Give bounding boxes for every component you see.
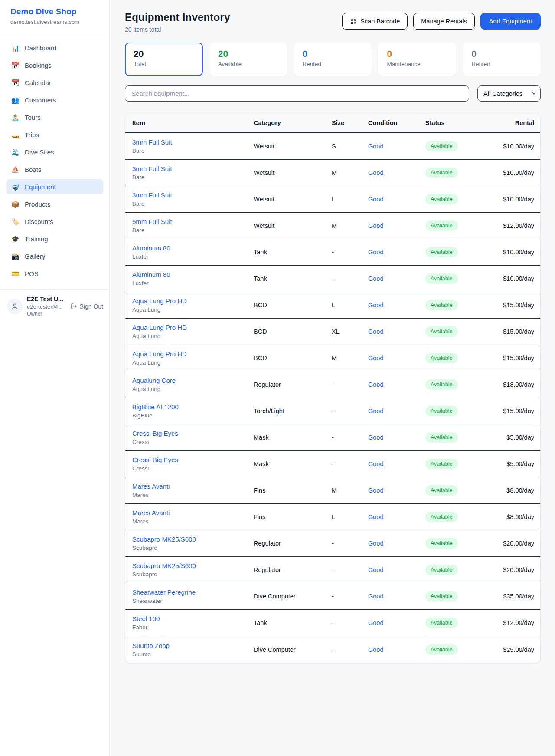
item-name-link[interactable]: Steel 100: [132, 615, 160, 622]
item-name-link[interactable]: Aqua Lung Pro HD: [132, 350, 187, 358]
item-size: M: [332, 222, 368, 229]
status-badge: Available: [425, 300, 458, 310]
item-name-link[interactable]: 3mm Full Suit: [132, 165, 172, 172]
stat-card[interactable]: 20 Total: [125, 43, 203, 76]
item-name-link[interactable]: Aqua Lung Pro HD: [132, 324, 187, 331]
stat-label: Maintenance: [387, 61, 447, 67]
sign-out-label: Sign Out: [80, 303, 103, 310]
user-email: e2e-tester@...: [27, 303, 66, 310]
table-row: Aluminum 80 Luxfer Tank - Good Available…: [125, 266, 540, 292]
stat-card[interactable]: 0 Maintenance: [378, 43, 456, 76]
item-name-link[interactable]: Aqualung Core: [132, 377, 176, 384]
item-size: M: [332, 487, 368, 494]
item-name-link[interactable]: BigBlue AL1200: [132, 403, 179, 411]
item-name-link[interactable]: Aluminum 80: [132, 244, 170, 252]
nav-item[interactable]: ⛵ Boats: [6, 162, 103, 177]
item-brand: Bare: [132, 174, 254, 181]
item-name-link[interactable]: Scubapro MK25/S600: [132, 536, 196, 543]
condition-link[interactable]: Good: [368, 249, 383, 256]
stat-card[interactable]: 20 Available: [209, 43, 287, 76]
category-select[interactable]: All Categories: [477, 85, 541, 102]
nav-item[interactable]: 📦 Products: [6, 197, 103, 212]
item-name-link[interactable]: 3mm Full Suit: [132, 191, 172, 199]
item-name-link[interactable]: Mares Avanti: [132, 483, 170, 490]
condition-link[interactable]: Good: [368, 619, 383, 626]
status-badge: Available: [425, 194, 458, 204]
item-size: -: [332, 646, 368, 653]
stat-card[interactable]: 0 Retired: [463, 43, 541, 76]
nav-item[interactable]: 🌊 Dive Sites: [6, 145, 103, 160]
item-name-link[interactable]: Cressi Big Eyes: [132, 456, 178, 463]
condition-link[interactable]: Good: [368, 143, 383, 150]
condition-link[interactable]: Good: [368, 408, 383, 414]
item-name-link[interactable]: Shearwater Peregrine: [132, 588, 196, 596]
item-brand: Scubapro: [132, 545, 254, 551]
item-name-link[interactable]: Aluminum 80: [132, 271, 170, 278]
condition-link[interactable]: Good: [368, 566, 383, 573]
table-row: Steel 100 Faber Tank - Good Available $1…: [125, 610, 540, 636]
item-size: -: [332, 434, 368, 441]
item-name-link[interactable]: Mares Avanti: [132, 509, 170, 516]
nav-item-label: Products: [25, 201, 50, 208]
nav-item[interactable]: 🎓 Training: [6, 231, 103, 247]
nav-item[interactable]: 👥 Customers: [6, 92, 103, 108]
nav-item[interactable]: 🤿 Equipment: [6, 179, 103, 194]
rental-price: $15.00/day: [486, 328, 534, 335]
equipment-dive-mask-icon: 🤿: [11, 184, 19, 190]
nav-item[interactable]: 📊 Dashboard: [6, 40, 103, 56]
rental-price: $10.00/day: [486, 275, 534, 282]
col-header-size: Size: [332, 119, 368, 126]
condition-link[interactable]: Good: [368, 222, 383, 229]
item-name-link[interactable]: Scubapro MK25/S600: [132, 562, 196, 569]
stat-value: 0: [471, 49, 532, 59]
nav-item[interactable]: 📸 Gallery: [6, 249, 103, 264]
condition-link[interactable]: Good: [368, 381, 383, 388]
status-badge: Available: [425, 591, 458, 602]
sign-out-button[interactable]: Sign Out: [71, 303, 103, 310]
condition-link[interactable]: Good: [368, 328, 383, 335]
search-input[interactable]: [125, 85, 469, 102]
item-name-link[interactable]: 3mm Full Suit: [132, 138, 172, 146]
nav-item[interactable]: 📆 Calendar: [6, 75, 103, 90]
condition-link[interactable]: Good: [368, 355, 383, 362]
condition-link[interactable]: Good: [368, 196, 383, 203]
brand-title[interactable]: Demo Dive Shop: [10, 7, 99, 16]
condition-link[interactable]: Good: [368, 593, 383, 600]
condition-link[interactable]: Good: [368, 169, 383, 176]
condition-link[interactable]: Good: [368, 513, 383, 520]
condition-link[interactable]: Good: [368, 487, 383, 494]
page-title: Equipment Inventory: [125, 11, 230, 23]
table-row: Mares Avanti Mares Fins M Good Available…: [125, 477, 540, 504]
condition-link[interactable]: Good: [368, 302, 383, 309]
scan-barcode-button[interactable]: Scan Barcode: [342, 13, 408, 30]
col-header-status: Status: [425, 119, 486, 126]
add-equipment-button[interactable]: Add Equipment: [480, 13, 541, 30]
manage-rentals-button[interactable]: Manage Rentals: [413, 13, 475, 30]
condition-link[interactable]: Good: [368, 434, 383, 441]
item-name-link[interactable]: 5mm Full Suit: [132, 218, 172, 225]
condition-link[interactable]: Good: [368, 275, 383, 282]
status-badge: Available: [425, 326, 458, 337]
item-brand: Bare: [132, 227, 254, 233]
nav-item-label: POS: [25, 270, 39, 277]
nav-item[interactable]: 📅 Bookings: [6, 58, 103, 73]
brand-block[interactable]: Demo Dive Shop demo.test.divestreams.com: [0, 0, 109, 34]
item-brand: Cressi: [132, 465, 254, 472]
nav-item[interactable]: 🏝️ Tours: [6, 110, 103, 125]
nav-item[interactable]: 💳 POS: [6, 266, 103, 281]
stat-card[interactable]: 0 Rented: [294, 43, 372, 76]
condition-link[interactable]: Good: [368, 646, 383, 653]
item-name-link[interactable]: Aqua Lung Pro HD: [132, 297, 187, 305]
nav-item[interactable]: 🚤 Trips: [6, 127, 103, 142]
products-package-icon: 📦: [11, 201, 19, 207]
boats-sailboat-icon: ⛵: [11, 166, 19, 173]
condition-link[interactable]: Good: [368, 460, 383, 467]
item-name-link[interactable]: Suunto Zoop: [132, 642, 170, 649]
item-category: Regulator: [254, 381, 332, 388]
item-brand: Scubapro: [132, 571, 254, 578]
condition-link[interactable]: Good: [368, 540, 383, 547]
user-name: E2E Test U...: [27, 296, 66, 302]
nav-item[interactable]: 🏷️ Discounts: [6, 214, 103, 229]
item-name-link[interactable]: Cressi Big Eyes: [132, 430, 178, 437]
col-header-item: Item: [132, 119, 254, 126]
